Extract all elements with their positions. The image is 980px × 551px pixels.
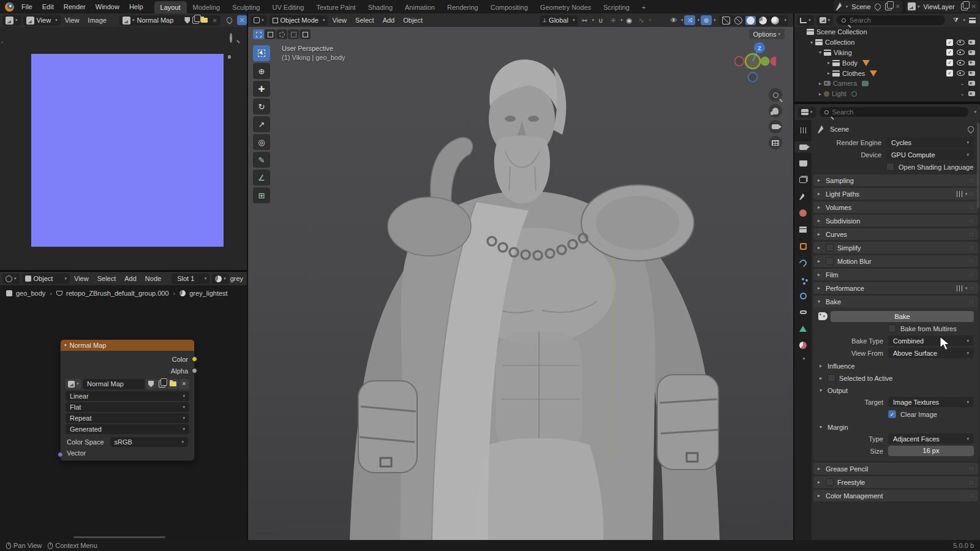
outliner-row-scene-collection[interactable]: Scene Collection bbox=[794, 27, 980, 37]
properties-search[interactable] bbox=[820, 107, 969, 117]
pan-hand-icon[interactable] bbox=[769, 104, 782, 118]
section-color-management[interactable]: ▸Color Management∷ bbox=[813, 490, 978, 501]
snap-target-icon[interactable]: ⚯ bbox=[579, 15, 590, 25]
expand-icon[interactable]: ▸ bbox=[825, 70, 832, 76]
render-camera-icon[interactable] bbox=[968, 40, 975, 45]
filter-id-dropdown[interactable]: ▾ bbox=[816, 15, 834, 26]
render-camera-icon[interactable] bbox=[968, 50, 975, 55]
section-curves[interactable]: ▸Curves∷ bbox=[813, 228, 978, 240]
selectable-checkbox[interactable]: ✓ bbox=[946, 70, 953, 77]
workspace-tab-geometry-nodes[interactable]: Geometry Nodes bbox=[534, 1, 597, 13]
overlays-toggle-icon[interactable]: ◎ bbox=[701, 15, 712, 25]
outliner-search-input[interactable] bbox=[850, 17, 940, 24]
region-toggle-arrow[interactable]: › bbox=[1, 39, 3, 45]
source-dropdown[interactable]: Generated▾ bbox=[66, 424, 189, 434]
remove-view-layer-icon[interactable]: ✕ bbox=[971, 3, 976, 10]
workspace-tab-layout[interactable]: Layout bbox=[154, 1, 187, 13]
mode-icon-dropdown[interactable]: ▾ bbox=[251, 15, 267, 26]
tab-object-data[interactable] bbox=[794, 323, 812, 334]
select-tweak-icon[interactable] bbox=[253, 29, 264, 39]
tab-modifiers[interactable] bbox=[794, 257, 812, 268]
visibility-hidden-icon[interactable]: ⌄ bbox=[960, 80, 965, 86]
select-lasso-icon[interactable] bbox=[288, 29, 299, 39]
zoom-icon[interactable] bbox=[769, 88, 782, 102]
snap-increment-icon[interactable]: ⊹ bbox=[608, 15, 619, 25]
viking-model[interactable] bbox=[248, 13, 794, 540]
bake-button[interactable]: Bake bbox=[831, 311, 974, 322]
vector-socket[interactable] bbox=[58, 452, 63, 457]
view-from-dropdown[interactable]: Above Surface▾ bbox=[888, 348, 974, 358]
margin-subpanel[interactable]: ▾Margin bbox=[813, 422, 978, 432]
menu-select[interactable]: Select bbox=[93, 275, 121, 282]
select-paint-icon[interactable] bbox=[300, 29, 311, 39]
proportional-editing-icon[interactable]: ◉ bbox=[624, 15, 635, 25]
tab-world[interactable] bbox=[794, 208, 812, 219]
section-performance[interactable]: ▸Performance▾∷ bbox=[813, 282, 978, 294]
shader-type-dropdown[interactable]: Object ▾ bbox=[22, 274, 70, 284]
tab-collection[interactable] bbox=[794, 224, 812, 235]
zoom-icon[interactable] bbox=[230, 34, 241, 45]
menu-edit[interactable]: Edit bbox=[37, 3, 59, 10]
gizmos-toggle-icon[interactable]: ⤨ bbox=[684, 15, 695, 25]
node-header[interactable]: ▾ Normal Map bbox=[61, 340, 194, 351]
outliner-row-collection[interactable]: ▾ Collection ✓ bbox=[794, 37, 980, 48]
breadcrumb-mesh[interactable]: retopo_ZBrush_defualt_group.000 bbox=[66, 290, 169, 297]
tab-tool[interactable] bbox=[794, 125, 812, 136]
select-box-icon[interactable] bbox=[265, 29, 276, 39]
open-image-icon[interactable] bbox=[199, 15, 209, 26]
simplify-checkbox[interactable] bbox=[826, 244, 834, 252]
horizontal-scrollbar[interactable] bbox=[74, 536, 165, 538]
section-film[interactable]: ▸Film∷ bbox=[813, 269, 978, 280]
tab-render[interactable] bbox=[794, 141, 812, 152]
chevron-down-icon[interactable]: ▾ bbox=[974, 110, 976, 114]
freestyle-checkbox[interactable] bbox=[826, 478, 834, 486]
shading-material-icon[interactable] bbox=[758, 16, 768, 25]
view-layer-selector[interactable]: ▾ ViewLayer ✕ bbox=[905, 1, 979, 12]
tab-constraints[interactable] bbox=[794, 307, 812, 318]
selectable-checkbox[interactable]: ✓ bbox=[946, 49, 953, 56]
outliner-row-clothes[interactable]: ▸ Clothes ✓ bbox=[794, 68, 980, 78]
expand-icon[interactable]: ▸ bbox=[816, 91, 824, 97]
pin-icon[interactable] bbox=[225, 16, 234, 24]
render-camera-icon[interactable] bbox=[968, 81, 975, 86]
tab-scene[interactable] bbox=[794, 191, 812, 202]
menu-object[interactable]: Object bbox=[399, 17, 427, 24]
section-light-paths[interactable]: ▸Light Paths▾∷ bbox=[813, 188, 978, 200]
pin-icon[interactable] bbox=[873, 2, 881, 10]
expand-icon[interactable]: ▸ bbox=[816, 81, 824, 86]
menu-render[interactable]: Render bbox=[59, 3, 91, 10]
influence-subpanel[interactable]: ▸Influence bbox=[813, 361, 978, 371]
presets-icon[interactable] bbox=[956, 285, 963, 291]
expand-icon[interactable]: ▾ bbox=[816, 50, 824, 55]
outliner-row-body[interactable]: ▸ Body ✓ bbox=[794, 58, 980, 68]
scene-selector[interactable]: ▾ Scene ✕ bbox=[834, 1, 903, 12]
xray-toggle-icon[interactable] bbox=[721, 16, 731, 25]
object-mode-dropdown[interactable]: Object Mode ▾ bbox=[270, 15, 328, 26]
projection-dropdown[interactable]: Flat▾ bbox=[66, 402, 189, 412]
visibility-eye-icon[interactable] bbox=[957, 70, 965, 76]
new-view-layer-icon[interactable] bbox=[961, 3, 968, 10]
select-box-tool[interactable] bbox=[253, 45, 270, 61]
color-space-dropdown[interactable]: sRGB▾ bbox=[110, 437, 188, 447]
visibility-hidden-icon[interactable]: ⌄ bbox=[960, 91, 965, 97]
editor-type-dropdown[interactable]: ▾ bbox=[798, 107, 816, 118]
margin-type-dropdown[interactable]: Adjacent Faces▾ bbox=[888, 433, 974, 444]
osl-checkbox[interactable] bbox=[886, 163, 894, 171]
selectable-checkbox[interactable]: ✓ bbox=[946, 39, 953, 46]
workspace-tab-compositing[interactable]: Compositing bbox=[484, 1, 534, 13]
output-subpanel[interactable]: ▾Output bbox=[813, 385, 978, 395]
node-image-name[interactable]: Normal Map bbox=[83, 379, 145, 389]
image-mode-dropdown[interactable]: View ▾ bbox=[23, 15, 61, 26]
menu-image[interactable]: Image bbox=[83, 17, 111, 24]
navigation-gizmo[interactable]: Z bbox=[734, 40, 776, 84]
bake-from-multires-checkbox[interactable] bbox=[888, 324, 896, 332]
material-datablock[interactable]: ▾ bbox=[212, 274, 229, 284]
gizmos-toggle-icon[interactable]: ⤫ bbox=[237, 15, 247, 25]
tab-material[interactable] bbox=[794, 340, 812, 351]
browse-image-icon[interactable]: ▾ bbox=[66, 379, 81, 389]
orientation-dropdown[interactable]: ⟂ Global ▾ bbox=[540, 15, 578, 26]
normal-map-image[interactable] bbox=[31, 54, 224, 247]
measure-tool[interactable]: ∠ bbox=[253, 170, 270, 186]
clear-image-checkbox[interactable]: ✓ bbox=[888, 410, 896, 418]
normal-map-node[interactable]: ▾ Normal Map Color Alpha ▾ Normal Map ✕ … bbox=[60, 339, 195, 461]
